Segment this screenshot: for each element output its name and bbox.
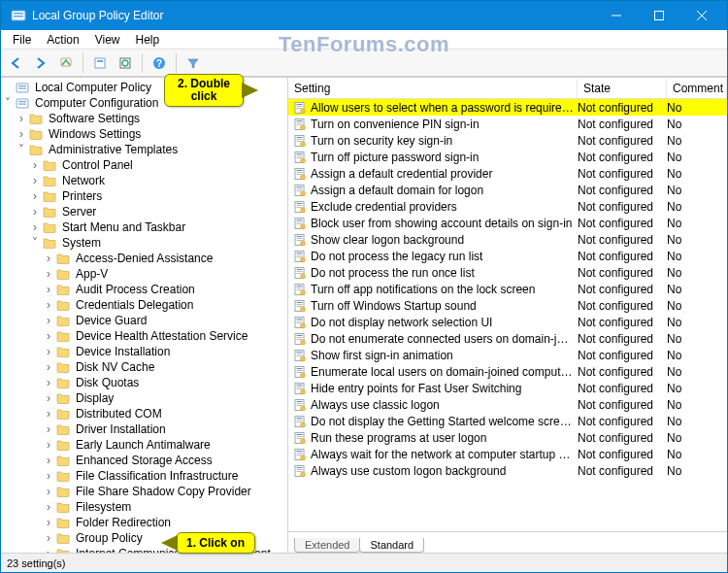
tree-twisty[interactable]: ›	[42, 421, 55, 437]
tree-folder[interactable]: ›Control Panel	[1, 157, 287, 173]
tree-folder[interactable]: ›File Share Shadow Copy Provider	[1, 484, 287, 499]
tab-extended[interactable]: Extended	[294, 538, 360, 553]
setting-row[interactable]: Turn off picture password sign-inNot con…	[288, 149, 727, 165]
tree-folder[interactable]: ›Audit Process Creation	[1, 282, 287, 297]
filter-button[interactable]	[182, 52, 204, 74]
column-header-setting[interactable]: Setting	[288, 79, 578, 98]
tree-folder[interactable]: ›Server	[1, 204, 287, 219]
setting-row[interactable]: Do not display the Getting Started welco…	[288, 413, 727, 429]
tree-twisty[interactable]: ›	[42, 406, 55, 421]
tree-twisty[interactable]: ›	[42, 437, 55, 453]
menu-file[interactable]: File	[5, 31, 39, 49]
tab-standard[interactable]: Standard	[359, 538, 424, 553]
column-header-state[interactable]: State	[578, 79, 667, 98]
tree-folder[interactable]: ›App-V	[1, 266, 287, 282]
setting-row[interactable]: Always use classic logonNot configuredNo	[288, 396, 727, 413]
tree-twisty[interactable]: ›	[42, 359, 55, 375]
column-header-comment[interactable]: Comment	[667, 79, 727, 98]
tree-twisty[interactable]: ˅	[1, 95, 15, 111]
setting-row[interactable]: Do not process the run once listNot conf…	[288, 264, 727, 281]
menu-action[interactable]: Action	[39, 31, 86, 49]
tree-twisty[interactable]: ›	[42, 344, 55, 359]
tree-twisty[interactable]: ›	[42, 515, 55, 530]
setting-row[interactable]: Block user from showing account details …	[288, 215, 727, 231]
tree-folder[interactable]: ›Filesystem	[1, 499, 287, 515]
setting-row[interactable]: Assign a default credential providerNot …	[288, 165, 727, 182]
tree-folder[interactable]: ›Printers	[1, 188, 287, 204]
tree-twisty[interactable]: ›	[42, 453, 55, 468]
tree-twisty[interactable]: ›	[42, 328, 55, 344]
maximize-button[interactable]	[638, 1, 680, 30]
properties-button[interactable]	[89, 52, 111, 74]
tree-folder[interactable]: ›Distributed COM	[1, 406, 287, 421]
setting-row[interactable]: Do not process the legacy run listNot co…	[288, 248, 727, 264]
tree-twisty[interactable]: ›	[15, 126, 28, 142]
setting-row[interactable]: Turn on convenience PIN sign-inNot confi…	[288, 116, 727, 132]
setting-row[interactable]: Hide entry points for Fast User Switchin…	[288, 380, 727, 396]
tree-twisty[interactable]: ›	[15, 111, 28, 126]
tree-folder[interactable]: ›Driver Installation	[1, 421, 287, 437]
settings-list[interactable]: Setting State Comment Allow users to sel…	[288, 78, 727, 531]
tree-folder[interactable]: ›Early Launch Antimalware	[1, 437, 287, 453]
tree-pane[interactable]: Local Computer Policy˅Computer Configura…	[1, 78, 288, 553]
setting-row[interactable]: Show clear logon backgroundNot configure…	[288, 231, 727, 248]
tree-twisty[interactable]: ˅	[15, 142, 28, 157]
tree-software-settings[interactable]: ›Software Settings	[1, 111, 287, 126]
menu-view[interactable]: View	[87, 31, 128, 49]
setting-row[interactable]: Turn on security key sign-inNot configur…	[288, 132, 727, 149]
tree-twisty[interactable]: ›	[42, 546, 55, 553]
close-button[interactable]	[680, 1, 723, 30]
tree-twisty[interactable]: ›	[42, 499, 55, 515]
tree-folder[interactable]: ›Start Menu and Taskbar	[1, 219, 287, 235]
setting-row[interactable]: Do not display network selection UINot c…	[288, 314, 727, 330]
tree-folder[interactable]: ›Credentials Delegation	[1, 297, 287, 313]
tree-twisty[interactable]: ›	[42, 282, 55, 297]
menu-help[interactable]: Help	[128, 31, 168, 49]
tree-folder[interactable]: ›Network	[1, 173, 287, 188]
forward-button[interactable]	[30, 52, 51, 74]
tree-folder[interactable]: ›Disk Quotas	[1, 375, 287, 390]
tree-folder[interactable]: ›Access-Denied Assistance	[1, 251, 287, 266]
setting-row[interactable]: Exclude credential providersNot configur…	[288, 198, 727, 215]
tree-twisty[interactable]: ›	[28, 219, 42, 235]
back-button[interactable]	[5, 52, 26, 74]
tree-twisty[interactable]: ›	[42, 375, 55, 390]
refresh-button[interactable]	[115, 52, 136, 74]
tree-folder[interactable]: ›Folder Redirection	[1, 515, 287, 530]
tree-folder[interactable]: ›Device Guard	[1, 313, 287, 328]
setting-row[interactable]: Always use custom logon backgroundNot co…	[288, 462, 727, 479]
up-button[interactable]	[55, 52, 77, 74]
tree-twisty[interactable]: ›	[28, 173, 42, 188]
setting-row[interactable]: Show first sign-in animationNot configur…	[288, 347, 727, 363]
setting-row[interactable]: Always wait for the network at computer …	[288, 446, 727, 462]
tree-twisty[interactable]: ›	[42, 484, 55, 499]
tree-twisty[interactable]: ›	[28, 188, 42, 204]
setting-row[interactable]: Turn off Windows Startup soundNot config…	[288, 297, 727, 314]
tree-folder[interactable]: ›Device Installation	[1, 344, 287, 359]
tree-twisty[interactable]: ›	[42, 297, 55, 313]
tree-twisty[interactable]: ›	[42, 251, 55, 266]
tree-system[interactable]: ˅System	[1, 235, 287, 251]
tree-folder[interactable]: ›Device Health Attestation Service	[1, 328, 287, 344]
tree-windows-settings[interactable]: ›Windows Settings	[1, 126, 287, 142]
tree-folder[interactable]: ›Display	[1, 390, 287, 406]
tree-twisty[interactable]: ›	[28, 204, 42, 219]
setting-row[interactable]: Run these programs at user logonNot conf…	[288, 429, 727, 446]
tree-twisty[interactable]: ›	[42, 530, 55, 546]
tree-twisty[interactable]: ›	[28, 157, 42, 173]
tree-twisty[interactable]: ›	[42, 313, 55, 328]
setting-row[interactable]: Turn off app notifications on the lock s…	[288, 281, 727, 297]
tree-twisty[interactable]: ›	[42, 468, 55, 484]
setting-row[interactable]: Do not enumerate connected users on doma…	[288, 330, 727, 347]
tree-administrative-templates[interactable]: ˅Administrative Templates	[1, 142, 287, 157]
setting-row[interactable]: Assign a default domain for logonNot con…	[288, 182, 727, 198]
tree-folder[interactable]: ›File Classification Infrastructure	[1, 468, 287, 484]
minimize-button[interactable]	[595, 1, 638, 30]
tree-twisty[interactable]: ›	[42, 390, 55, 406]
setting-row[interactable]: Allow users to select when a password is…	[288, 99, 727, 116]
help-button[interactable]: ?	[149, 52, 170, 74]
tree-twisty[interactable]: ›	[42, 266, 55, 282]
tree-folder[interactable]: ›Disk NV Cache	[1, 359, 287, 375]
setting-row[interactable]: Enumerate local users on domain-joined c…	[288, 363, 727, 380]
tree-folder[interactable]: ›Enhanced Storage Access	[1, 453, 287, 468]
